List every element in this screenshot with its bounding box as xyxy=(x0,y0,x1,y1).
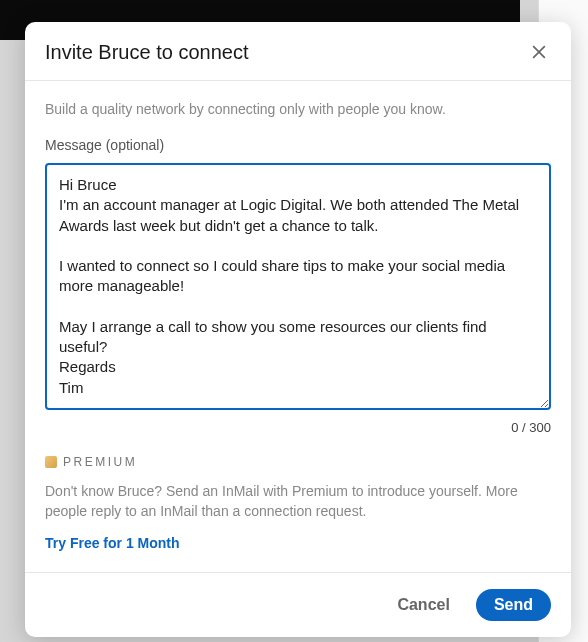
modal-header: Invite Bruce to connect xyxy=(25,22,571,81)
close-button[interactable] xyxy=(527,40,551,64)
send-button[interactable]: Send xyxy=(476,589,551,621)
premium-try-free-link[interactable]: Try Free for 1 Month xyxy=(45,535,180,551)
intro-text: Build a quality network by connecting on… xyxy=(45,101,551,117)
char-count: 0 / 300 xyxy=(45,420,551,435)
premium-label-text: PREMIUM xyxy=(63,455,137,469)
modal-body: Build a quality network by connecting on… xyxy=(25,81,571,572)
premium-description: Don't know Bruce? Send an InMail with Pr… xyxy=(45,481,551,522)
premium-section: PREMIUM Don't know Bruce? Send an InMail… xyxy=(45,455,551,553)
modal-footer: Cancel Send xyxy=(25,572,571,637)
modal-title: Invite Bruce to connect xyxy=(45,41,248,64)
premium-badge-icon xyxy=(45,456,57,468)
message-label: Message (optional) xyxy=(45,137,551,153)
premium-label: PREMIUM xyxy=(45,455,551,469)
message-textarea[interactable] xyxy=(45,163,551,410)
cancel-button[interactable]: Cancel xyxy=(379,589,467,621)
invite-modal: Invite Bruce to connect Build a quality … xyxy=(25,22,571,637)
close-icon xyxy=(529,42,549,62)
